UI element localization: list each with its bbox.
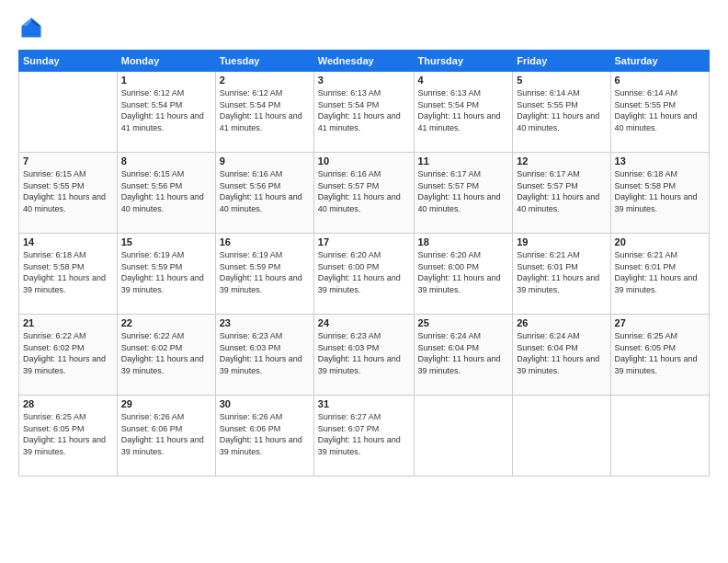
day-info: Sunrise: 6:15 AMSunset: 5:56 PMDaylight:…	[121, 168, 211, 214]
day-number: 30	[220, 398, 310, 409]
calendar-cell: 2Sunrise: 6:12 AMSunset: 5:54 PMDaylight…	[215, 72, 313, 153]
calendar-week-5: 28Sunrise: 6:25 AMSunset: 6:05 PMDayligh…	[19, 396, 710, 477]
calendar-header-saturday: Saturday	[610, 51, 709, 72]
day-info: Sunrise: 6:13 AMSunset: 5:54 PMDaylight:…	[418, 87, 509, 133]
day-number: 14	[23, 236, 113, 247]
calendar-cell	[513, 396, 610, 477]
logo	[18, 15, 48, 40]
day-number: 2	[220, 75, 310, 86]
day-number: 24	[318, 317, 410, 328]
day-number: 15	[121, 236, 211, 247]
calendar-header-tuesday: Tuesday	[215, 51, 313, 72]
day-info: Sunrise: 6:21 AMSunset: 6:01 PMDaylight:…	[517, 249, 606, 295]
day-info: Sunrise: 6:25 AMSunset: 6:05 PMDaylight:…	[23, 411, 113, 457]
day-number: 28	[23, 398, 113, 409]
calendar-cell: 20Sunrise: 6:21 AMSunset: 6:01 PMDayligh…	[610, 234, 709, 315]
day-info: Sunrise: 6:12 AMSunset: 5:54 PMDaylight:…	[220, 87, 310, 133]
day-info: Sunrise: 6:17 AMSunset: 5:57 PMDaylight:…	[418, 168, 509, 214]
day-number: 9	[220, 155, 310, 167]
calendar-cell: 26Sunrise: 6:24 AMSunset: 6:04 PMDayligh…	[513, 315, 610, 396]
day-number: 13	[615, 155, 705, 167]
day-number: 23	[220, 317, 310, 328]
day-info: Sunrise: 6:15 AMSunset: 5:55 PMDaylight:…	[23, 168, 113, 214]
day-number: 4	[418, 75, 509, 86]
calendar-week-1: 1Sunrise: 6:12 AMSunset: 5:54 PMDaylight…	[19, 72, 710, 153]
day-info: Sunrise: 6:19 AMSunset: 5:59 PMDaylight:…	[220, 249, 310, 295]
day-number: 3	[318, 75, 410, 86]
day-info: Sunrise: 6:27 AMSunset: 6:07 PMDaylight:…	[318, 411, 410, 457]
day-number: 31	[318, 398, 410, 409]
day-number: 29	[121, 398, 211, 409]
calendar-cell: 24Sunrise: 6:23 AMSunset: 6:03 PMDayligh…	[313, 315, 414, 396]
calendar-cell: 5Sunrise: 6:14 AMSunset: 5:55 PMDaylight…	[513, 72, 610, 153]
calendar-cell: 7Sunrise: 6:15 AMSunset: 5:55 PMDaylight…	[19, 153, 118, 234]
calendar-cell: 9Sunrise: 6:16 AMSunset: 5:56 PMDaylight…	[215, 153, 313, 234]
calendar-cell: 14Sunrise: 6:18 AMSunset: 5:58 PMDayligh…	[19, 234, 118, 315]
calendar-header-sunday: Sunday	[19, 51, 118, 72]
calendar-week-3: 14Sunrise: 6:18 AMSunset: 5:58 PMDayligh…	[19, 234, 710, 315]
calendar-cell: 30Sunrise: 6:26 AMSunset: 6:06 PMDayligh…	[215, 396, 313, 477]
day-info: Sunrise: 6:17 AMSunset: 5:57 PMDaylight:…	[517, 168, 606, 214]
day-info: Sunrise: 6:24 AMSunset: 6:04 PMDaylight:…	[418, 330, 509, 376]
day-number: 21	[23, 317, 113, 328]
day-number: 22	[121, 317, 211, 328]
calendar-cell	[610, 396, 709, 477]
calendar-cell: 1Sunrise: 6:12 AMSunset: 5:54 PMDaylight…	[117, 72, 215, 153]
day-info: Sunrise: 6:23 AMSunset: 6:03 PMDaylight:…	[318, 330, 410, 376]
calendar-cell	[414, 396, 513, 477]
day-number: 10	[318, 155, 410, 167]
calendar-cell: 23Sunrise: 6:23 AMSunset: 6:03 PMDayligh…	[215, 315, 313, 396]
calendar-cell: 10Sunrise: 6:16 AMSunset: 5:57 PMDayligh…	[313, 153, 414, 234]
calendar-cell: 3Sunrise: 6:13 AMSunset: 5:54 PMDaylight…	[313, 72, 414, 153]
day-info: Sunrise: 6:18 AMSunset: 5:58 PMDaylight:…	[615, 168, 705, 214]
calendar-cell: 27Sunrise: 6:25 AMSunset: 6:05 PMDayligh…	[610, 315, 709, 396]
calendar-cell: 6Sunrise: 6:14 AMSunset: 5:55 PMDaylight…	[610, 72, 709, 153]
calendar-cell: 8Sunrise: 6:15 AMSunset: 5:56 PMDaylight…	[117, 153, 215, 234]
day-number: 6	[615, 75, 705, 86]
calendar-cell: 11Sunrise: 6:17 AMSunset: 5:57 PMDayligh…	[414, 153, 513, 234]
day-info: Sunrise: 6:21 AMSunset: 6:01 PMDaylight:…	[615, 249, 705, 295]
calendar-cell: 12Sunrise: 6:17 AMSunset: 5:57 PMDayligh…	[513, 153, 610, 234]
day-info: Sunrise: 6:23 AMSunset: 6:03 PMDaylight:…	[220, 330, 310, 376]
day-info: Sunrise: 6:24 AMSunset: 6:04 PMDaylight:…	[517, 330, 606, 376]
calendar-cell: 19Sunrise: 6:21 AMSunset: 6:01 PMDayligh…	[513, 234, 610, 315]
day-info: Sunrise: 6:16 AMSunset: 5:56 PMDaylight:…	[220, 168, 310, 214]
day-number: 8	[121, 155, 211, 167]
calendar-week-2: 7Sunrise: 6:15 AMSunset: 5:55 PMDaylight…	[19, 153, 710, 234]
day-number: 27	[615, 317, 705, 328]
calendar-cell: 4Sunrise: 6:13 AMSunset: 5:54 PMDaylight…	[414, 72, 513, 153]
day-number: 16	[220, 236, 310, 247]
day-info: Sunrise: 6:25 AMSunset: 6:05 PMDaylight:…	[615, 330, 705, 376]
calendar-cell: 17Sunrise: 6:20 AMSunset: 6:00 PMDayligh…	[313, 234, 414, 315]
day-number: 5	[517, 75, 606, 86]
day-info: Sunrise: 6:16 AMSunset: 5:57 PMDaylight:…	[318, 168, 410, 214]
calendar-header-friday: Friday	[513, 51, 610, 72]
calendar-cell: 28Sunrise: 6:25 AMSunset: 6:05 PMDayligh…	[19, 396, 118, 477]
day-info: Sunrise: 6:20 AMSunset: 6:00 PMDaylight:…	[418, 249, 509, 295]
calendar-cell: 13Sunrise: 6:18 AMSunset: 5:58 PMDayligh…	[610, 153, 709, 234]
logo-icon	[18, 15, 44, 40]
calendar-cell: 22Sunrise: 6:22 AMSunset: 6:02 PMDayligh…	[117, 315, 215, 396]
calendar-cell: 15Sunrise: 6:19 AMSunset: 5:59 PMDayligh…	[117, 234, 215, 315]
calendar-cell	[19, 72, 118, 153]
day-info: Sunrise: 6:14 AMSunset: 5:55 PMDaylight:…	[517, 87, 606, 133]
calendar: SundayMondayTuesdayWednesdayThursdayFrid…	[18, 50, 710, 477]
day-info: Sunrise: 6:20 AMSunset: 6:00 PMDaylight:…	[318, 249, 410, 295]
day-info: Sunrise: 6:19 AMSunset: 5:59 PMDaylight:…	[121, 249, 211, 295]
day-number: 12	[517, 155, 606, 167]
day-number: 18	[418, 236, 509, 247]
day-info: Sunrise: 6:26 AMSunset: 6:06 PMDaylight:…	[220, 411, 310, 457]
day-info: Sunrise: 6:14 AMSunset: 5:55 PMDaylight:…	[615, 87, 705, 133]
day-number: 20	[615, 236, 705, 247]
calendar-cell: 25Sunrise: 6:24 AMSunset: 6:04 PMDayligh…	[414, 315, 513, 396]
day-info: Sunrise: 6:22 AMSunset: 6:02 PMDaylight:…	[121, 330, 211, 376]
day-number: 11	[418, 155, 509, 167]
day-info: Sunrise: 6:22 AMSunset: 6:02 PMDaylight:…	[23, 330, 113, 376]
calendar-cell: 21Sunrise: 6:22 AMSunset: 6:02 PMDayligh…	[19, 315, 118, 396]
calendar-week-4: 21Sunrise: 6:22 AMSunset: 6:02 PMDayligh…	[19, 315, 710, 396]
calendar-header-monday: Monday	[117, 51, 215, 72]
day-number: 25	[418, 317, 509, 328]
calendar-header-thursday: Thursday	[414, 51, 513, 72]
day-number: 1	[121, 75, 211, 86]
day-info: Sunrise: 6:12 AMSunset: 5:54 PMDaylight:…	[121, 87, 211, 133]
